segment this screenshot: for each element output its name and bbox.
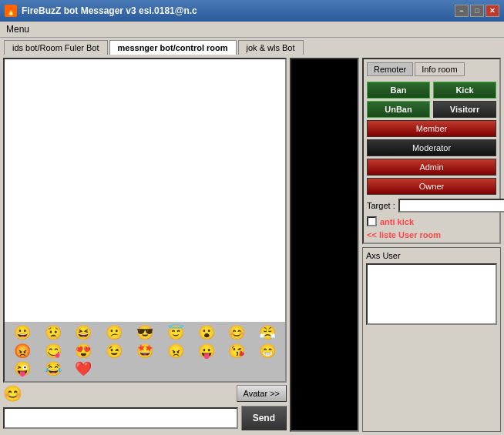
emoji-6[interactable]: 😮 (192, 325, 221, 342)
send-area: Send (3, 404, 287, 432)
emoji-5[interactable]: 😇 (161, 325, 190, 342)
emoji-15[interactable]: 😛 (192, 343, 221, 360)
tab-info-room[interactable]: Info room (415, 62, 464, 76)
message-input[interactable] (3, 407, 238, 429)
emoji-17[interactable]: 😁 (253, 343, 282, 360)
emoji-13[interactable]: 🤩 (130, 343, 160, 360)
emoji-1[interactable]: 😟 (39, 325, 68, 342)
emoji-11[interactable]: 😍 (69, 343, 99, 360)
target-row: Target : (367, 199, 496, 212)
chat-area[interactable]: 😀 😟 😆 😕 😎 😇 😮 😊 😤 😡 😋 😍 😉 🤩 😠 😛 (3, 58, 287, 383)
single-emoji[interactable]: 😊 (3, 384, 22, 403)
emoji-8[interactable]: 😤 (253, 325, 282, 342)
emoji-grid: 😀 😟 😆 😕 😎 😇 😮 😊 😤 😡 😋 😍 😉 🤩 😠 😛 (5, 322, 285, 381)
axs-user-title: Axs User (366, 251, 497, 260)
tab-bar: ids bot/Room Fuler Bot messnger bot/cont… (0, 38, 504, 55)
unban-visitor-row: UnBan Visitorr (367, 101, 496, 118)
right-panel: Remoter Info room Ban Kick (362, 58, 501, 432)
emoji-19[interactable]: 😂 (39, 361, 68, 378)
anti-kick-row: anti kick (367, 216, 496, 226)
ban-button[interactable]: Ban (367, 82, 430, 99)
content-area: 😀 😟 😆 😕 😎 😇 😮 😊 😤 😡 😋 😍 😉 🤩 😠 😛 (0, 55, 504, 435)
owner-button[interactable]: Owner (367, 178, 496, 195)
target-label: Target : (367, 201, 395, 210)
main-window: Menu ids bot/Room Fuler Bot messnger bot… (0, 22, 504, 435)
bottom-controls: 😊 Avatar >> (3, 383, 287, 404)
middle-panel (290, 58, 359, 432)
unban-button[interactable]: UnBan (367, 101, 430, 118)
maximize-button[interactable]: □ (470, 5, 484, 17)
menu-label[interactable]: Menu (6, 24, 29, 35)
avatar-button[interactable]: Avatar >> (237, 385, 287, 402)
title-bar: 🔥 FireBuzZ bot Messager v3 esi.0181@n.c … (0, 0, 504, 22)
axs-user-area[interactable] (366, 263, 497, 325)
emoji-12[interactable]: 😉 (99, 343, 129, 360)
minimize-button[interactable]: − (455, 5, 469, 17)
emoji-14[interactable]: 😠 (161, 343, 190, 360)
send-button[interactable]: Send (241, 406, 287, 430)
emoji-4[interactable]: 😎 (130, 325, 160, 342)
admin-button[interactable]: Admin (367, 159, 496, 176)
emoji-9[interactable]: 😡 (8, 343, 37, 360)
window-controls: − □ ✕ (455, 5, 499, 17)
app-icon: 🔥 (5, 5, 17, 17)
liste-user-label[interactable]: << liste User room (367, 230, 496, 239)
target-input[interactable] (398, 199, 504, 212)
anti-kick-label: anti kick (380, 217, 414, 226)
right-top-panel: Remoter Info room Ban Kick (362, 58, 501, 244)
tab-jok-wls[interactable]: jok & wls Bot (238, 40, 304, 55)
emoji-18[interactable]: 😜 (8, 361, 37, 378)
tab-ids-bot[interactable]: ids bot/Room Fuler Bot (4, 40, 108, 55)
kick-button[interactable]: Kick (433, 82, 496, 99)
moderator-button[interactable]: Moderator (367, 139, 496, 156)
ban-kick-row: Ban Kick (367, 82, 496, 99)
right-tab-row: Remoter Info room (367, 62, 496, 76)
emoji-0[interactable]: 😀 (8, 325, 37, 342)
emoji-10[interactable]: 😋 (39, 343, 68, 360)
tab-messnger-bot[interactable]: messnger bot/control room (109, 40, 237, 55)
menu-bar: Menu (0, 22, 504, 38)
emoji-7[interactable]: 😊 (222, 325, 251, 342)
emoji-3[interactable]: 😕 (99, 325, 129, 342)
anti-kick-checkbox[interactable] (367, 216, 377, 226)
emoji-16[interactable]: 😘 (222, 343, 251, 360)
left-container: 😀 😟 😆 😕 😎 😇 😮 😊 😤 😡 😋 😍 😉 🤩 😠 😛 (3, 58, 287, 432)
emoji-2[interactable]: 😆 (69, 325, 99, 342)
window-title: FireBuzZ bot Messager v3 esi.0181@n.c (22, 5, 197, 16)
axs-user-group: Axs User (362, 247, 501, 432)
member-button[interactable]: Member (367, 120, 496, 137)
tab-remoter[interactable]: Remoter (367, 62, 413, 76)
visitorr-button[interactable]: Visitorr (433, 101, 496, 118)
close-button[interactable]: ✕ (486, 5, 499, 17)
emoji-20[interactable]: ❤️ (69, 361, 99, 378)
